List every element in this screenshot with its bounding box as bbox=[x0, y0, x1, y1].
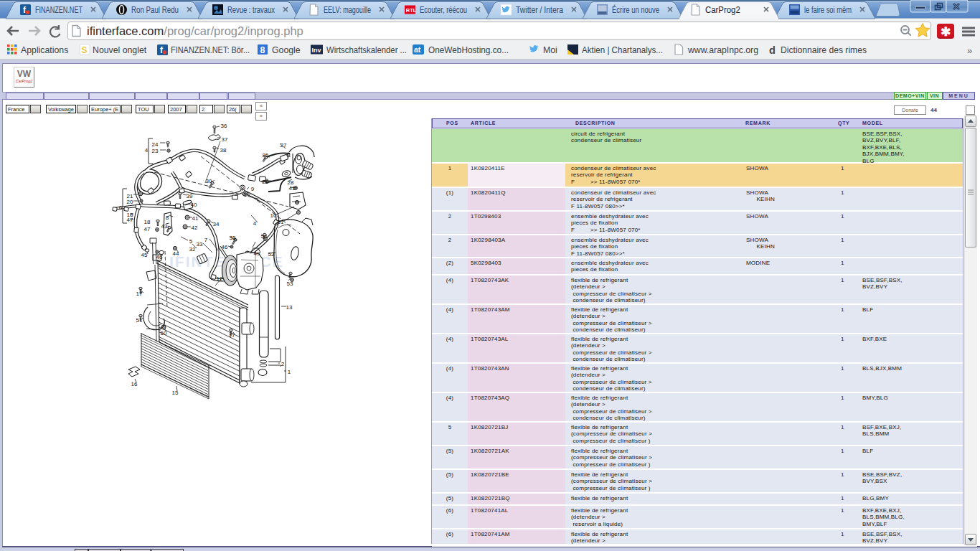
svg-text:26: 26 bbox=[263, 179, 269, 185]
svg-text:50: 50 bbox=[161, 330, 167, 336]
svg-text:24: 24 bbox=[152, 141, 159, 148]
svg-text:2: 2 bbox=[281, 361, 285, 367]
svg-text:41: 41 bbox=[192, 215, 199, 222]
svg-text:45: 45 bbox=[141, 252, 148, 258]
svg-text:35: 35 bbox=[230, 235, 236, 241]
svg-text:20: 20 bbox=[127, 199, 133, 205]
svg-text:53: 53 bbox=[287, 281, 293, 287]
svg-text:25: 25 bbox=[263, 152, 269, 159]
svg-text:4: 4 bbox=[145, 147, 149, 154]
svg-text:31: 31 bbox=[278, 219, 284, 225]
svg-text:13: 13 bbox=[286, 304, 293, 311]
svg-text:42: 42 bbox=[192, 225, 198, 231]
svg-text:40: 40 bbox=[191, 202, 197, 208]
svg-text:38: 38 bbox=[220, 147, 227, 154]
svg-text:32: 32 bbox=[189, 246, 196, 253]
svg-text:41: 41 bbox=[289, 185, 296, 192]
svg-text:23: 23 bbox=[152, 148, 159, 154]
svg-text:51: 51 bbox=[136, 317, 143, 324]
svg-text:17: 17 bbox=[136, 291, 143, 297]
svg-text:39: 39 bbox=[187, 193, 193, 199]
svg-text:37: 37 bbox=[222, 136, 228, 143]
svg-text:✱: ✱ bbox=[941, 25, 951, 39]
svg-text:Twitter / Intera: Twitter / Intera bbox=[516, 5, 563, 15]
svg-text:16: 16 bbox=[131, 381, 138, 387]
svg-text:4: 4 bbox=[253, 220, 257, 227]
svg-text:36: 36 bbox=[221, 123, 227, 129]
svg-text:54: 54 bbox=[261, 233, 268, 240]
svg-text:17: 17 bbox=[229, 332, 235, 339]
svg-text:8: 8 bbox=[166, 215, 169, 221]
svg-text:d: d bbox=[769, 44, 776, 56]
svg-text:»: » bbox=[967, 45, 972, 56]
svg-text:5: 5 bbox=[189, 238, 193, 245]
svg-text:27: 27 bbox=[281, 142, 287, 149]
svg-text:46: 46 bbox=[222, 244, 228, 250]
svg-text:30: 30 bbox=[206, 178, 212, 184]
svg-text:34: 34 bbox=[213, 221, 220, 227]
svg-text:Moi: Moi bbox=[543, 45, 557, 55]
svg-text:12: 12 bbox=[217, 276, 223, 282]
svg-text:46: 46 bbox=[156, 254, 163, 260]
svg-text:Écrire un nouve: Écrire un nouve bbox=[612, 4, 659, 15]
svg-text:47: 47 bbox=[127, 217, 133, 223]
svg-text:7: 7 bbox=[204, 237, 208, 243]
svg-text:43: 43 bbox=[161, 223, 168, 230]
svg-text:Dictionnaire des rimes: Dictionnaire des rimes bbox=[781, 45, 867, 55]
svg-text:33: 33 bbox=[197, 241, 203, 248]
svg-text:1: 1 bbox=[288, 369, 291, 375]
svg-text:9: 9 bbox=[251, 186, 255, 192]
svg-text:www.arapInpc.org: www.arapInpc.org bbox=[687, 45, 758, 55]
svg-text:44: 44 bbox=[173, 250, 179, 257]
svg-text:15: 15 bbox=[172, 390, 179, 396]
svg-text:Aktien | Chartanalys...: Aktien | Chartanalys... bbox=[582, 45, 663, 55]
svg-text:47: 47 bbox=[144, 226, 151, 232]
svg-text:OneWebHosting.co...: OneWebHosting.co... bbox=[428, 45, 509, 55]
svg-text:le faire soi mêm: le faire soi mêm bbox=[804, 5, 852, 15]
svg-text:52: 52 bbox=[268, 251, 275, 258]
svg-text:10: 10 bbox=[270, 212, 277, 219]
svg-text:6: 6 bbox=[119, 204, 123, 211]
svg-text:18: 18 bbox=[144, 219, 151, 225]
svg-text:CarProg2: CarProg2 bbox=[705, 5, 740, 15]
svg-text:49: 49 bbox=[254, 250, 260, 257]
